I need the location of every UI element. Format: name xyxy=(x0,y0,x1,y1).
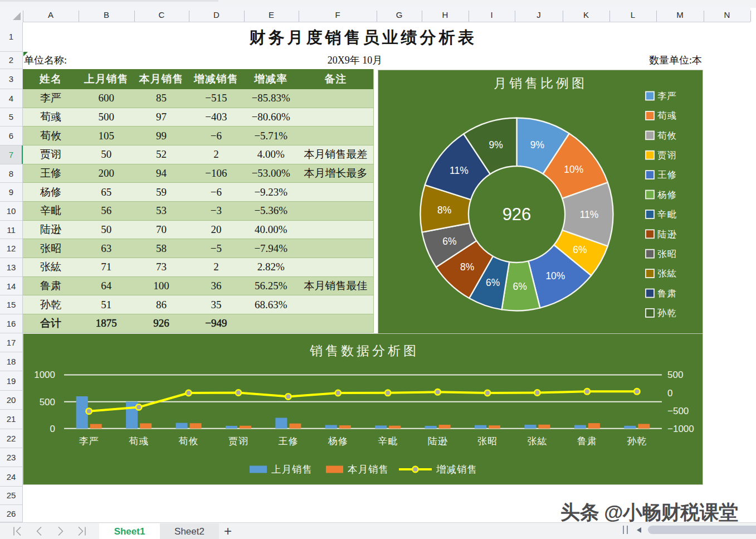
table-cell[interactable]: 100 xyxy=(134,277,189,295)
table-cell[interactable]: 71 xyxy=(79,258,134,276)
row-header-3[interactable]: 3 xyxy=(0,69,22,89)
column-header-E[interactable]: E xyxy=(244,8,299,22)
table-cell[interactable] xyxy=(298,239,373,258)
table-cell[interactable]: 张紘 xyxy=(23,258,79,276)
table-row[interactable]: 荀攸10599−6−5.71% xyxy=(23,127,373,145)
table-cell[interactable]: 53 xyxy=(134,202,189,220)
line-marker-张昭[interactable] xyxy=(485,390,490,396)
bar-上月销售-贾诩[interactable] xyxy=(226,426,237,429)
last-sheet-button[interactable] xyxy=(76,526,87,537)
table-row[interactable]: 张昭6358−5−7.94% xyxy=(23,239,373,258)
table-row[interactable]: 贾诩505224.00%本月销售最差 xyxy=(23,145,373,164)
table-cell[interactable]: 50 xyxy=(79,221,134,239)
line-marker-孙乾[interactable] xyxy=(634,389,640,394)
table-cell[interactable]: 500 xyxy=(79,108,134,127)
table-cell[interactable]: −9.23% xyxy=(243,183,298,201)
table-cell[interactable]: −5 xyxy=(189,239,244,258)
table-total-row[interactable]: 合计1875926−949 xyxy=(23,314,373,333)
row-header-11[interactable]: 11 xyxy=(0,221,22,240)
table-cell[interactable]: 本月销售最差 xyxy=(298,145,373,164)
table-cell[interactable]: 李严 xyxy=(23,89,79,108)
row-header-2[interactable]: 2 xyxy=(0,52,22,70)
line-marker-陆逊[interactable] xyxy=(435,389,440,395)
table-cell[interactable]: 94 xyxy=(134,164,189,183)
bar-本月销售-陆逊[interactable] xyxy=(439,425,451,429)
table-row[interactable]: 张紘717322.82% xyxy=(23,258,373,277)
table-cell[interactable] xyxy=(298,314,373,332)
first-sheet-button[interactable] xyxy=(12,526,23,537)
column-header-A[interactable]: A xyxy=(23,8,79,22)
table-cell[interactable] xyxy=(298,127,373,145)
bar-上月销售-张紘[interactable] xyxy=(524,425,536,429)
table-cell[interactable]: 合计 xyxy=(23,314,79,332)
table-cell[interactable]: 20 xyxy=(189,221,244,239)
table-cell[interactable]: −5.71% xyxy=(243,127,298,145)
table-cell[interactable]: 99 xyxy=(134,127,189,145)
row-header-26[interactable]: 26 xyxy=(0,505,22,522)
row-header-25[interactable]: 25 xyxy=(0,487,22,505)
line-marker-李严[interactable] xyxy=(86,408,92,414)
tab-sheet1[interactable]: Sheet1 xyxy=(99,523,160,539)
table-cell[interactable] xyxy=(298,258,373,276)
table-cell[interactable]: 70 xyxy=(134,221,189,239)
table-row[interactable]: 辛毗5653−3−5.36% xyxy=(23,202,373,221)
bar-本月销售-李严[interactable] xyxy=(90,424,102,429)
table-row[interactable]: 荀彧50097−403−80.60% xyxy=(23,108,373,127)
column-header-L[interactable]: L xyxy=(609,8,656,22)
line-marker-荀彧[interactable] xyxy=(136,404,142,410)
line-marker-杨修[interactable] xyxy=(335,390,341,396)
table-cell[interactable]: −7.94% xyxy=(243,239,298,258)
bar-上月销售-孙乾[interactable] xyxy=(624,426,636,429)
line-marker-张紘[interactable] xyxy=(534,390,540,395)
next-sheet-button[interactable] xyxy=(55,526,66,537)
row-header-6[interactable]: 6 xyxy=(0,127,22,145)
table-cell[interactable]: 600 xyxy=(79,89,134,108)
bar-本月销售-鲁肃[interactable] xyxy=(588,423,600,429)
column-header-K[interactable]: K xyxy=(563,8,609,22)
table-cell[interactable]: 40.00% xyxy=(243,221,298,239)
table-cell[interactable]: 本月增长最多 xyxy=(298,164,373,183)
legend-swatch-本月销售[interactable] xyxy=(326,466,343,473)
bar-本月销售-荀攸[interactable] xyxy=(190,423,202,429)
bar-本月销售-张紘[interactable] xyxy=(538,425,550,429)
bar-本月销售-杨修[interactable] xyxy=(339,425,351,429)
table-cell[interactable]: 孙乾 xyxy=(23,295,79,314)
line-marker-辛毗[interactable] xyxy=(385,390,391,396)
bar-上月销售-陆逊[interactable] xyxy=(425,426,437,429)
legend-swatch-荀攸[interactable] xyxy=(646,131,654,139)
table-row[interactable]: 杨修6559−6−9.23% xyxy=(23,183,373,202)
table-row[interactable]: 陆逊50702040.00% xyxy=(23,221,373,240)
column-header-J[interactable]: J xyxy=(515,8,563,22)
row-header-21[interactable]: 21 xyxy=(0,410,22,429)
row-header-19[interactable]: 19 xyxy=(0,371,22,390)
table-cell[interactable]: 68.63% xyxy=(243,295,298,314)
table-cell[interactable] xyxy=(298,183,373,201)
scroll-left-arrow-icon[interactable] xyxy=(637,527,641,533)
table-cell[interactable]: 增减销售 xyxy=(189,69,244,89)
add-sheet-button[interactable]: + xyxy=(221,525,235,538)
bar-本月销售-张昭[interactable] xyxy=(489,425,500,429)
horizontal-scrollbar-thumb[interactable] xyxy=(648,526,756,534)
table-cell[interactable]: −3 xyxy=(189,202,244,220)
table-cell[interactable]: 35 xyxy=(189,295,244,314)
table-cell[interactable] xyxy=(298,108,373,127)
table-cell[interactable] xyxy=(298,89,373,108)
legend-swatch-鲁肃[interactable] xyxy=(646,289,654,298)
monthly-sales-pie-chart[interactable]: 月销售比例图9%10%11%6%10%6%6%8%6%8%11%9%926李严荀… xyxy=(378,70,703,335)
column-header-I[interactable]: I xyxy=(469,8,515,22)
bar-本月销售-荀彧[interactable] xyxy=(140,423,152,428)
table-cell[interactable]: 本月销售 xyxy=(134,69,189,89)
table-cell[interactable]: 105 xyxy=(79,127,134,145)
column-header-H[interactable]: H xyxy=(422,8,469,22)
row-header-9[interactable]: 9 xyxy=(0,183,22,202)
prev-sheet-button[interactable] xyxy=(33,526,45,537)
row-header-22[interactable]: 22 xyxy=(0,429,22,448)
table-cell[interactable]: 86 xyxy=(134,295,189,314)
table-cell[interactable]: 36 xyxy=(189,277,244,295)
line-marker-王修[interactable] xyxy=(285,394,291,399)
column-header-C[interactable]: C xyxy=(134,8,189,22)
row-header-23[interactable]: 23 xyxy=(0,448,22,467)
table-cell[interactable]: 97 xyxy=(134,108,189,127)
line-marker-荀攸[interactable] xyxy=(186,390,191,396)
table-cell[interactable]: 本月销售最佳 xyxy=(298,277,373,295)
